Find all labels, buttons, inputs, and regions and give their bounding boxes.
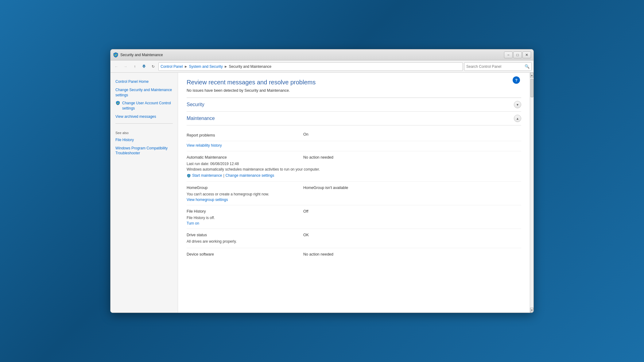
sidebar: Control Panel Home Change Security and M… — [111, 73, 178, 313]
drive-status-label: Drive status — [187, 233, 207, 237]
view-reliability-history-link[interactable]: View reliability history — [187, 143, 222, 148]
breadcrumb: Control Panel ► System and Security ► Se… — [158, 62, 463, 71]
svg-rect-1 — [144, 67, 145, 68]
main-layout: Control Panel Home Change Security and M… — [111, 73, 533, 313]
file-history-status: Off — [303, 209, 308, 214]
item-homegroup: HomeGroup HomeGroup isn't available — [187, 182, 521, 191]
window-title: Security and Maintenance — [120, 53, 504, 57]
report-problems-links: View reliability history — [187, 141, 521, 151]
auto-maintenance-detail1: Last run date: 06/08/2019 12:48 — [187, 162, 521, 166]
sidebar-divider — [115, 123, 173, 124]
report-problems-status: On — [303, 132, 308, 137]
device-software-status: No action needed — [303, 252, 333, 256]
sidebar-item-file-history[interactable]: File History — [111, 136, 178, 144]
file-history-actions: Turn on — [187, 221, 521, 225]
maintenance-content: Report problems On View reliability hist… — [187, 125, 521, 262]
breadcrumb-current: Security and Maintenance — [229, 64, 272, 69]
start-maintenance-shield-icon — [187, 173, 191, 178]
up-button[interactable]: ↑ — [131, 63, 139, 71]
maximize-button[interactable]: □ — [513, 52, 522, 58]
sidebar-item-control-panel-home[interactable]: Control Panel Home — [111, 78, 178, 86]
auto-maintenance-label: Automatic Maintenance — [187, 155, 227, 160]
search-box: 🔍 — [464, 62, 532, 71]
sidebar-item-wpct[interactable]: Windows Program Compatibility Troublesho… — [111, 144, 178, 158]
scrollbar: ▲ ▼ — [530, 73, 533, 313]
change-maintenance-settings-link[interactable]: Change maintenance settings — [226, 173, 274, 178]
back-button[interactable]: ← — [112, 63, 120, 71]
homegroup-status: HomeGroup isn't available — [303, 186, 348, 190]
see-also-label: See also — [111, 126, 178, 136]
auto-maintenance-status: No action needed — [303, 155, 333, 160]
drive-status-details: All drives are working properly. — [187, 239, 521, 248]
close-button[interactable]: ✕ — [522, 52, 531, 58]
maintenance-toggle[interactable]: ▲ — [514, 115, 521, 122]
item-report-problems: Report problems On — [187, 129, 521, 141]
minimize-button[interactable]: − — [504, 52, 513, 58]
file-history-details: File History is off. Turn on — [187, 215, 521, 229]
search-input[interactable] — [466, 64, 525, 69]
homegroup-detail: You can't access or create a homegroup r… — [187, 192, 521, 196]
search-icon[interactable]: 🔍 — [525, 64, 530, 69]
page-subtitle: No issues have been detected by Security… — [187, 88, 521, 93]
item-device-software: Device software No action needed — [187, 248, 521, 258]
drive-status-status: OK — [303, 233, 309, 237]
auto-maintenance-details: Last run date: 06/08/2019 12:48 Windows … — [187, 161, 521, 182]
scroll-down-button[interactable]: ▼ — [530, 308, 533, 313]
breadcrumb-system-security[interactable]: System and Security — [189, 64, 223, 69]
action-separator: | — [223, 173, 224, 178]
item-auto-maintenance: Automatic Maintenance No action needed — [187, 151, 521, 161]
home-icon[interactable] — [140, 63, 148, 71]
refresh-button[interactable]: ↻ — [149, 63, 157, 71]
sidebar-item-view-archived[interactable]: View archived messages — [111, 113, 178, 121]
auto-maintenance-actions: Start maintenance | Change maintenance s… — [187, 173, 521, 178]
auto-maintenance-detail2: Windows automatically schedules maintena… — [187, 167, 521, 171]
svg-rect-0 — [143, 67, 144, 68]
security-title: Security — [187, 102, 204, 107]
security-toggle[interactable]: ▼ — [514, 101, 521, 108]
content-area: Review recent messages and resolve probl… — [178, 73, 530, 313]
page-title: Review recent messages and resolve probl… — [187, 79, 521, 86]
file-history-label: File History — [187, 209, 206, 214]
window-controls: − □ ✕ — [504, 52, 531, 58]
maintenance-title: Maintenance — [187, 116, 215, 121]
start-maintenance-link[interactable]: Start maintenance — [192, 173, 222, 178]
shield-icon — [115, 101, 120, 107]
drive-status-detail: All drives are working properly. — [187, 239, 521, 244]
report-problems-label: Report problems — [187, 133, 215, 137]
homegroup-details: You can't access or create a homegroup r… — [187, 191, 521, 205]
item-file-history: File History Off — [187, 205, 521, 215]
window-icon — [113, 52, 118, 58]
scroll-thumb[interactable] — [530, 79, 533, 97]
device-software-label: Device software — [187, 252, 214, 256]
turn-on-link[interactable]: Turn on — [187, 221, 199, 225]
scroll-up-button[interactable]: ▲ — [530, 73, 533, 78]
file-history-detail: File History is off. — [187, 216, 521, 220]
forward-button[interactable]: → — [122, 63, 130, 71]
maintenance-section-header[interactable]: Maintenance ▲ — [187, 112, 521, 125]
homegroup-actions: View homegroup settings — [187, 198, 521, 202]
sidebar-item-change-uac[interactable]: Change User Account Control settings — [111, 99, 178, 113]
security-section-header[interactable]: Security ▼ — [187, 98, 521, 112]
item-drive-status: Drive status OK — [187, 229, 521, 239]
title-bar: Security and Maintenance − □ ✕ — [111, 49, 533, 60]
address-bar: ← → ↑ ↻ Control Panel ► System and Secur… — [111, 60, 533, 73]
breadcrumb-control-panel[interactable]: Control Panel — [161, 64, 183, 69]
help-button[interactable]: ? — [513, 76, 520, 84]
homegroup-label: HomeGroup — [187, 186, 208, 190]
view-homegroup-settings-link[interactable]: View homegroup settings — [187, 198, 228, 202]
sidebar-item-change-security[interactable]: Change Security and Maintenance settings — [111, 86, 178, 99]
